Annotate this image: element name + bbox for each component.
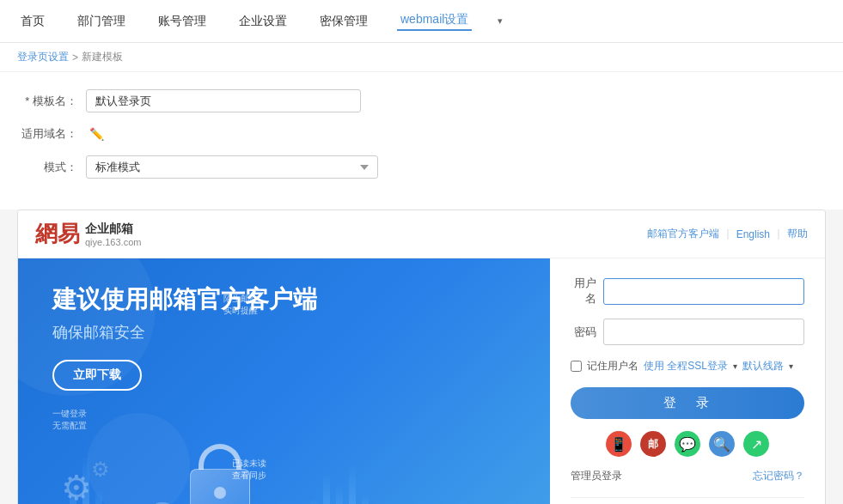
social-phone-icon[interactable]: 📱 xyxy=(606,431,632,457)
nav-home[interactable]: 首页 xyxy=(17,14,48,29)
preview-login-panel: 用户名 密码 记住用户名 使用 全程SSL登录 ▾ 默认线路 ▾ 登 录 📱 xyxy=(550,258,825,504)
banner-tagline-1: 建议使用邮箱官方客户端 xyxy=(52,284,524,315)
lock-hole xyxy=(214,487,226,499)
login-button[interactable]: 登 录 xyxy=(571,387,804,419)
breadcrumb-separator: > xyxy=(72,52,78,64)
preview-container: 網易 企业邮箱 qiye.163.com 邮箱官方客户端 ｜ English ｜… xyxy=(17,209,826,504)
login-username-input[interactable] xyxy=(603,278,804,305)
template-form: * 模板名： 适用域名： ✏️ 模式： 标准模式 简洁模式 自定义模式 xyxy=(0,72,843,209)
header-link-english[interactable]: English xyxy=(736,228,770,240)
feature-1: 一键登录 无需配置 xyxy=(52,408,87,432)
forgot-password-link[interactable]: 忘记密码？ xyxy=(753,469,804,483)
nav-webmail[interactable]: webmail设置 xyxy=(397,12,472,31)
login-username-label: 用户名 xyxy=(571,276,596,307)
feature-badge-1: 陌生邮件 实时提醒 xyxy=(223,293,258,317)
line-chevron: ▾ xyxy=(789,361,793,371)
login-username-row: 用户名 xyxy=(571,276,804,307)
logo-text-block: 企业邮箱 qiye.163.com xyxy=(85,222,141,247)
template-name-input[interactable] xyxy=(86,89,361,112)
feature-list: 一键登录 无需配置 xyxy=(52,408,524,432)
header-link-help[interactable]: 帮助 xyxy=(787,227,808,241)
edit-domain-icon[interactable]: ✏️ xyxy=(89,127,104,141)
feature-1-label: 一键登录 无需配置 xyxy=(52,408,87,432)
logo-brand: 企业邮箱 xyxy=(85,222,141,237)
ssl-chevron: ▾ xyxy=(733,361,737,371)
domain-label: 适用域名： xyxy=(17,126,86,142)
breadcrumb-parent[interactable]: 登录页设置 xyxy=(17,50,69,64)
mode-row: 模式： 标准模式 简洁模式 自定义模式 xyxy=(17,155,826,179)
social-more-icon[interactable]: ↗ xyxy=(743,431,769,457)
top-navigation: 首页 部门管理 账号管理 企业设置 密保管理 webmail设置 ▾ xyxy=(0,0,843,43)
gear-icon-2: ⚙ xyxy=(91,458,110,482)
login-password-label: 密码 xyxy=(571,325,596,340)
social-wy-icon[interactable]: 邮 xyxy=(640,431,666,457)
nav-account[interactable]: 账号管理 xyxy=(155,14,210,29)
ssl-label[interactable]: 使用 全程SSL登录 xyxy=(644,359,728,373)
remember-label: 记住用户名 xyxy=(587,359,638,373)
social-login-row: 📱 邮 💬 🔍 ↗ xyxy=(571,431,804,457)
client-download-row: ✉ 邮箱官方客户端 立即下载 xyxy=(571,497,804,504)
preview-logo: 網易 企业邮箱 qiye.163.com xyxy=(35,219,141,249)
nav-security[interactable]: 密保管理 xyxy=(316,14,371,29)
logo-chinese: 網易 xyxy=(35,219,80,249)
preview-header: 網易 企业邮箱 qiye.163.com 邮箱官方客户端 ｜ English ｜… xyxy=(18,210,825,258)
admin-login-link[interactable]: 管理员登录 xyxy=(571,469,622,483)
preview-main: 建议使用邮箱官方客户端 确保邮箱安全 立即下载 一键登录 无需配置 ⚙ ⚙ xyxy=(18,258,825,504)
preview-header-links: 邮箱官方客户端 ｜ English ｜ 帮助 xyxy=(647,227,808,241)
feature-badge-2: 已读未读 查看同步 xyxy=(232,458,266,482)
header-sep1: ｜ xyxy=(723,227,733,241)
domain-row: 适用域名： ✏️ xyxy=(17,126,826,142)
banner-download-btn[interactable]: 立即下载 xyxy=(52,360,142,391)
gear-icon-1: ⚙ xyxy=(61,468,92,504)
remember-checkbox[interactable] xyxy=(571,361,582,372)
nav-dept[interactable]: 部门管理 xyxy=(74,14,129,29)
mode-select[interactable]: 标准模式 简洁模式 自定义模式 xyxy=(86,155,378,179)
banner-tagline-2: 确保邮箱安全 xyxy=(52,322,524,343)
logo-sub: qiye.163.com xyxy=(85,237,141,247)
login-bottom-row: 管理员登录 忘记密码？ xyxy=(571,469,804,483)
social-scan-icon[interactable]: 🔍 xyxy=(709,431,735,457)
login-password-row: 密码 xyxy=(571,319,804,345)
header-link-client[interactable]: 邮箱官方客户端 xyxy=(647,227,719,241)
breadcrumb: 登录页设置 > 新建模板 xyxy=(0,43,843,72)
line-label[interactable]: 默认线路 xyxy=(742,359,784,373)
login-password-input[interactable] xyxy=(603,319,804,345)
breadcrumb-current: 新建模板 xyxy=(82,50,123,64)
preview-left: 建议使用邮箱官方客户端 确保邮箱安全 立即下载 一键登录 无需配置 ⚙ ⚙ xyxy=(18,258,550,504)
mode-label: 模式： xyxy=(17,160,86,175)
nav-dropdown-icon[interactable]: ▾ xyxy=(498,15,503,27)
social-wechat-icon[interactable]: 💬 xyxy=(675,431,700,457)
template-name-label: * 模板名： xyxy=(17,94,86,109)
template-name-row: * 模板名： xyxy=(17,89,826,112)
header-sep2: ｜ xyxy=(773,227,784,241)
nav-company[interactable]: 企业设置 xyxy=(235,14,290,29)
login-options-row: 记住用户名 使用 全程SSL登录 ▾ 默认线路 ▾ xyxy=(571,359,804,373)
